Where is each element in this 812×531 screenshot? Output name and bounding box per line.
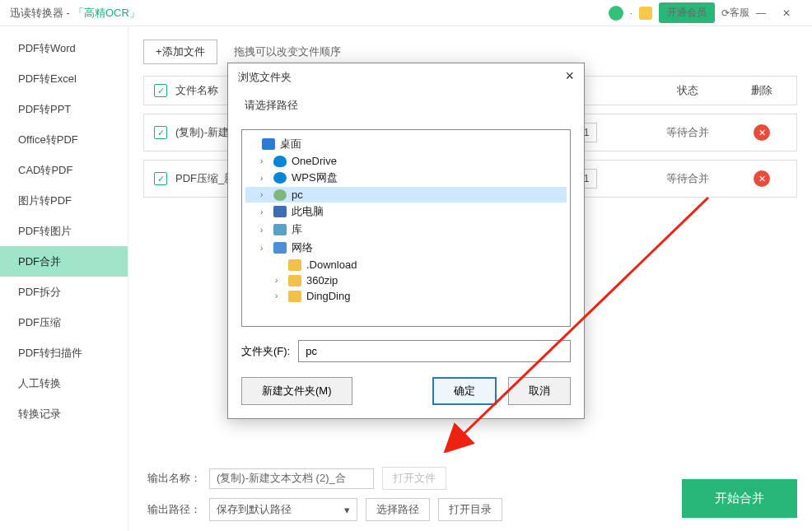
user-avatar[interactable] — [609, 6, 623, 21]
col-delete: 删除 — [737, 83, 786, 98]
caret-icon: › — [260, 190, 268, 199]
app-name: 迅读转换器 - — [10, 6, 70, 21]
cancel-button[interactable]: 取消 — [508, 377, 571, 405]
checkbox[interactable]: ✓ — [154, 126, 167, 139]
sidebar-item[interactable]: PDF合并 — [0, 246, 128, 277]
new-folder-button[interactable]: 新建文件夹(M) — [241, 377, 352, 405]
caret-icon: › — [260, 156, 268, 165]
tree-item[interactable]: ›DingDing — [245, 288, 567, 304]
sidebar-item[interactable]: PDF转Excel — [0, 63, 128, 94]
tree-item[interactable]: .Download — [245, 257, 567, 272]
sidebar-item[interactable]: Office转PDF — [0, 124, 128, 155]
tree-item-label: OneDrive — [292, 155, 337, 167]
output-path-label: 输出路径： — [143, 502, 201, 517]
sidebar-item[interactable]: PDF压缩 — [0, 307, 128, 338]
caret-icon: › — [275, 291, 283, 300]
close-button[interactable]: ✕ — [782, 7, 802, 19]
caret-icon: › — [260, 244, 268, 253]
file-status: 等待合并 — [638, 125, 737, 140]
kefu-label: 客服 — [730, 6, 749, 20]
dialog-close-icon[interactable]: × — [565, 70, 574, 85]
sidebar-item[interactable]: PDF转图片 — [0, 216, 128, 246]
ok-button[interactable]: 确定 — [432, 377, 497, 405]
output-name-input[interactable] — [209, 468, 374, 489]
sidebar-item[interactable]: PDF转Word — [0, 33, 128, 63]
net-icon — [273, 242, 287, 254]
sidebar-item[interactable]: PDF转扫描件 — [0, 338, 128, 368]
close-icon: ✕ — [754, 124, 770, 141]
tree-item-label: 桌面 — [280, 137, 301, 151]
titlebar: 迅读转换器 - 「高精OCR」 · 开通会员 ⟳ 客服 — ✕ — [0, 0, 812, 26]
toolbar: +添加文件 拖拽可以改变文件顺序 — [143, 40, 797, 64]
folder-tree[interactable]: 桌面›OneDrive›WPS网盘›pc›此电脑›库›网络.Download›3… — [241, 129, 571, 327]
tree-item-label: DingDing — [306, 290, 350, 302]
caret-icon: › — [275, 276, 283, 285]
folder-icon — [288, 259, 301, 271]
onedrive-icon — [273, 156, 287, 167]
folder-field-input[interactable] — [298, 340, 571, 362]
tree-item[interactable]: ›WPS网盘 — [245, 169, 567, 187]
tree-item[interactable]: 桌面 — [245, 135, 567, 153]
avatar-icon — [609, 6, 623, 21]
crown-icon[interactable] — [639, 7, 652, 20]
delete-button[interactable]: ✕ — [737, 124, 786, 141]
dialog-hint: 请选择路径 — [241, 98, 571, 113]
file-status: 等待合并 — [638, 171, 737, 186]
select-path-button[interactable]: 选择路径 — [366, 498, 430, 521]
vip-button[interactable]: 开通会员 — [659, 2, 715, 23]
folder-icon — [288, 275, 301, 286]
sidebar-item[interactable]: PDF转PPT — [0, 94, 128, 124]
tree-item-label: 此电脑 — [292, 204, 324, 219]
bottom-bar: 输出名称： 打开文件 输出路径： 保存到默认路径 ▾ 选择路径 打开目录 开始合… — [143, 459, 797, 521]
tree-item[interactable]: ›pc — [245, 187, 567, 203]
tree-item-label: 360zip — [306, 274, 338, 286]
output-path-value: 保存到默认路径 — [217, 502, 292, 517]
open-dir-button[interactable]: 打开目录 — [438, 498, 502, 521]
caret-icon: › — [260, 226, 268, 235]
sidebar-item[interactable]: 图片转PDF — [0, 185, 128, 216]
sidebar-item[interactable]: CAD转PDF — [0, 155, 128, 185]
pc-icon — [273, 189, 287, 201]
chevron-down-icon: ▾ — [344, 504, 350, 516]
output-name-label: 输出名称： — [143, 471, 201, 486]
sidebar: PDF转WordPDF转ExcelPDF转PPTOffice转PDFCAD转PD… — [0, 26, 128, 531]
col-status: 状态 — [638, 83, 737, 98]
thispc-icon — [273, 206, 287, 217]
folder-icon — [288, 291, 301, 302]
tree-item-label: .Download — [306, 259, 357, 271]
tree-item[interactable]: ›360zip — [245, 272, 567, 288]
tree-item[interactable]: ›库 — [245, 221, 567, 239]
minimize-button[interactable]: — — [756, 7, 776, 19]
checkbox-all[interactable]: ✓ — [154, 84, 167, 97]
ocr-tag[interactable]: 「高精OCR」 — [73, 6, 140, 21]
sidebar-item[interactable]: 转换记录 — [0, 398, 128, 429]
tree-item-label: pc — [292, 189, 303, 201]
dialog-title: 浏览文件夹 — [238, 70, 292, 85]
tree-item[interactable]: ›此电脑 — [245, 203, 567, 221]
folder-field-label: 文件夹(F): — [241, 344, 290, 359]
checkbox[interactable]: ✓ — [154, 172, 167, 185]
tree-item[interactable]: ›OneDrive — [245, 153, 567, 169]
sidebar-item[interactable]: PDF拆分 — [0, 277, 128, 307]
output-path-select[interactable]: 保存到默认路径 ▾ — [209, 498, 357, 521]
divider: · — [630, 7, 632, 19]
customer-service[interactable]: ⟳ 客服 — [721, 6, 749, 20]
caret-icon: › — [260, 174, 268, 183]
tree-item-label: WPS网盘 — [292, 170, 338, 185]
lib-icon — [273, 224, 287, 235]
open-file-button[interactable]: 打开文件 — [382, 467, 446, 490]
tree-item-label: 网络 — [292, 240, 313, 255]
desktop-icon — [262, 138, 275, 150]
delete-button[interactable]: ✕ — [737, 170, 786, 187]
caret-icon: › — [260, 207, 268, 217]
start-merge-button[interactable]: 开始合并 — [682, 479, 797, 518]
drag-hint: 拖拽可以改变文件顺序 — [234, 44, 341, 59]
add-file-button[interactable]: +添加文件 — [143, 40, 217, 64]
wps-icon — [273, 172, 287, 184]
tree-item-label: 库 — [292, 222, 302, 237]
tree-item[interactable]: ›网络 — [245, 239, 567, 257]
sidebar-item[interactable]: 人工转换 — [0, 368, 128, 398]
browse-folder-dialog: 浏览文件夹 × 请选择路径 桌面›OneDrive›WPS网盘›pc›此电脑›库… — [227, 63, 585, 419]
close-icon: ✕ — [754, 170, 770, 187]
